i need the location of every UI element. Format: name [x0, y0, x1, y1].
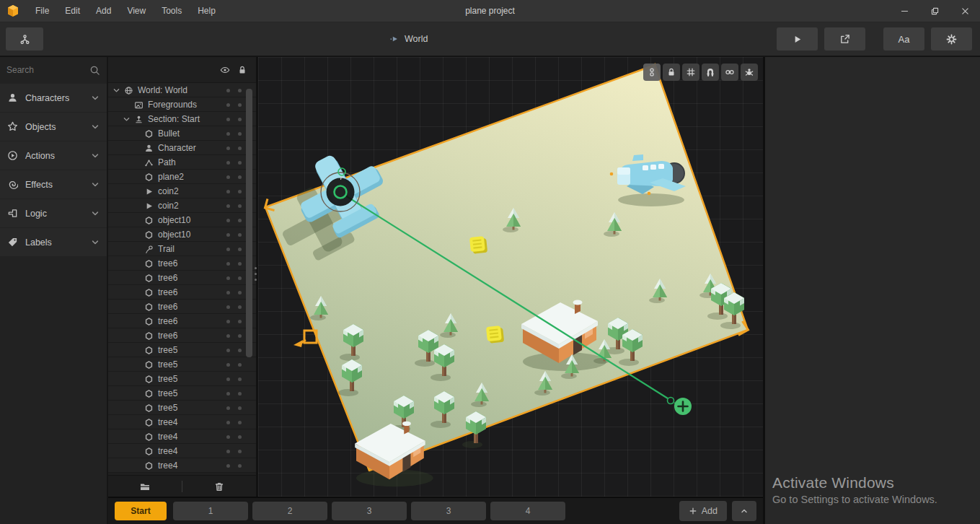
section-entry-handle[interactable]: [293, 331, 317, 347]
row-visibility-dot[interactable]: [226, 334, 230, 338]
export-button[interactable]: [824, 27, 865, 51]
menu-add[interactable]: Add: [88, 0, 119, 22]
node-view-button[interactable]: [6, 27, 43, 51]
row-lock-dot[interactable]: [238, 132, 242, 136]
lock-toggle-icon[interactable]: [237, 65, 247, 75]
row-lock-dot[interactable]: [238, 248, 242, 251]
row-lock-dot[interactable]: [238, 175, 242, 179]
tree-row-foregrounds[interactable]: Foregrounds: [108, 97, 256, 112]
row-lock-dot[interactable]: [238, 118, 242, 121]
row-visibility-dot[interactable]: [226, 132, 230, 136]
sidebar-item-actions[interactable]: Actions: [0, 141, 107, 170]
scene-button-start-0[interactable]: Start: [115, 502, 167, 520]
row-lock-dot[interactable]: [238, 421, 242, 424]
row-visibility-dot[interactable]: [226, 233, 230, 237]
tree-row-tree4[interactable]: tree4: [108, 444, 256, 458]
row-visibility-dot[interactable]: [226, 89, 230, 92]
row-lock-dot[interactable]: [238, 219, 242, 222]
add-path-point-button[interactable]: [674, 398, 692, 415]
row-visibility-dot[interactable]: [226, 262, 230, 266]
tree-row-plane2[interactable]: plane2: [108, 170, 256, 184]
tree-row-object10[interactable]: object10: [108, 213, 256, 227]
row-visibility-dot[interactable]: [226, 377, 230, 381]
row-visibility-dot[interactable]: [226, 320, 230, 323]
tree-row-tree6[interactable]: tree6: [108, 300, 256, 314]
row-visibility-dot[interactable]: [226, 406, 230, 410]
text-style-button[interactable]: Aa: [883, 27, 924, 51]
row-lock-dot[interactable]: [238, 349, 242, 352]
preview-play-button[interactable]: [777, 27, 818, 51]
row-visibility-dot[interactable]: [226, 204, 230, 208]
close-button[interactable]: [950, 0, 980, 22]
row-visibility-dot[interactable]: [226, 291, 230, 294]
menu-tools[interactable]: Tools: [154, 0, 190, 22]
row-lock-dot[interactable]: [238, 233, 242, 237]
tree-row-section-start[interactable]: Section: Start: [108, 112, 256, 126]
sidebar-item-logic[interactable]: Logic: [0, 199, 107, 227]
menu-edit[interactable]: Edit: [57, 0, 88, 22]
tree-row-tree4[interactable]: tree4: [108, 415, 256, 429]
search-input[interactable]: [6, 65, 85, 75]
tree-scrollbar-thumb[interactable]: [246, 89, 252, 357]
tree-row-tree5[interactable]: tree5: [108, 343, 256, 357]
row-visibility-dot[interactable]: [226, 219, 230, 222]
path-anchor-dot[interactable]: [610, 173, 614, 176]
scene-button-1-1[interactable]: 1: [173, 502, 248, 520]
visibility-toggle-icon[interactable]: [220, 65, 230, 75]
row-visibility-dot[interactable]: [226, 464, 230, 468]
row-lock-dot[interactable]: [238, 363, 242, 367]
row-visibility-dot[interactable]: [226, 161, 230, 165]
sidebar-item-labels[interactable]: Labels: [0, 228, 107, 256]
tree-row-tree5[interactable]: tree5: [108, 386, 256, 401]
tree-row-tree5[interactable]: tree5: [108, 401, 256, 415]
row-visibility-dot[interactable]: [226, 421, 230, 424]
row-lock-dot[interactable]: [238, 103, 242, 107]
tree-row-tree6[interactable]: tree6: [108, 314, 256, 328]
row-lock-dot[interactable]: [238, 161, 242, 165]
row-lock-dot[interactable]: [238, 392, 242, 396]
tree-row-tree4[interactable]: tree4: [108, 458, 256, 473]
magnet-button[interactable]: [702, 64, 719, 81]
chevron-down-icon[interactable]: [123, 115, 133, 123]
tree-row-tree6[interactable]: tree6: [108, 271, 256, 285]
sidebar-item-objects[interactable]: Objects: [0, 113, 107, 141]
row-lock-dot[interactable]: [238, 435, 242, 439]
tree-row-object10[interactable]: object10: [108, 227, 256, 242]
menu-view[interactable]: View: [119, 0, 154, 22]
lock-button[interactable]: [663, 64, 680, 81]
row-lock-dot[interactable]: [238, 291, 242, 294]
collapse-scenes-button[interactable]: [732, 501, 756, 521]
scene-button-3-3[interactable]: 3: [332, 502, 407, 520]
menu-help[interactable]: Help: [190, 0, 224, 22]
tree-row-tree5[interactable]: tree5: [108, 372, 256, 386]
row-visibility-dot[interactable]: [226, 118, 230, 121]
row-lock-dot[interactable]: [238, 276, 242, 280]
tree-row-path[interactable]: Path: [108, 155, 256, 170]
row-lock-dot[interactable]: [238, 406, 242, 410]
row-visibility-dot[interactable]: [226, 392, 230, 396]
row-lock-dot[interactable]: [238, 464, 242, 468]
panel-resize-handle[interactable]: [255, 267, 257, 281]
breadcrumb[interactable]: World: [389, 34, 428, 44]
tree-row-trail[interactable]: Trail: [108, 242, 256, 256]
row-lock-dot[interactable]: [238, 89, 242, 92]
delete-button[interactable]: [182, 481, 256, 492]
settings-button[interactable]: [931, 27, 972, 51]
row-visibility-dot[interactable]: [226, 450, 230, 453]
scene-svg[interactable]: [258, 57, 763, 497]
row-visibility-dot[interactable]: [226, 349, 230, 352]
grid-button[interactable]: [682, 64, 699, 81]
tree-row-tree6[interactable]: tree6: [108, 328, 256, 343]
chevron-down-icon[interactable]: [112, 87, 123, 95]
row-visibility-dot[interactable]: [226, 103, 230, 107]
debug-button[interactable]: [741, 64, 758, 81]
row-lock-dot[interactable]: [238, 320, 242, 323]
sidebar-item-effects[interactable]: Effects: [0, 170, 107, 198]
maximize-button[interactable]: [919, 0, 950, 22]
sidebar-item-characters[interactable]: Characters: [0, 84, 107, 112]
group-button[interactable]: [108, 481, 182, 492]
row-visibility-dot[interactable]: [226, 147, 230, 150]
tree-row-tree6[interactable]: tree6: [108, 285, 256, 300]
scene-button-3-4[interactable]: 3: [411, 502, 486, 520]
row-visibility-dot[interactable]: [226, 190, 230, 193]
